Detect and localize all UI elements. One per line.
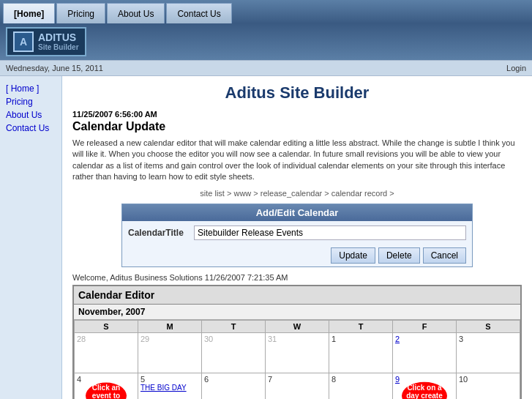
- sidebar-link-aboutus[interactable]: About Us: [3, 108, 59, 122]
- calendar-cell[interactable]: 2: [393, 332, 457, 373]
- day-number: 1: [331, 335, 390, 343]
- calendar-body: 282930311234Click an event to edit5THE B…: [75, 332, 520, 399]
- calendar-cell: 7: [266, 373, 329, 399]
- calendar-row: 28293031123: [75, 332, 520, 373]
- form-buttons: Update Delete Cancel: [122, 245, 472, 266]
- sidebar-link-home[interactable]: [ Home ]: [3, 82, 59, 95]
- day-number: 10: [459, 375, 517, 384]
- day-header-fri: F: [393, 320, 457, 332]
- welcome-bar: Welcome, Aditus Business Solutions 11/26…: [72, 273, 522, 282]
- nav-tab-contactus[interactable]: Contact Us: [166, 3, 231, 23]
- calendar-cell: 1: [329, 332, 393, 373]
- day-header-sun: S: [75, 320, 138, 332]
- logo-icon: A: [13, 31, 34, 52]
- sidebar-link-pricing[interactable]: Pricing: [3, 95, 59, 108]
- delete-button[interactable]: Delete: [378, 247, 420, 264]
- day-number: 8: [331, 375, 390, 384]
- calendar-cell: 29: [138, 332, 202, 373]
- day-header-tue: T: [202, 320, 266, 332]
- sidebar: [ Home ] Pricing About Us Contact Us: [0, 76, 62, 399]
- current-date: Wednesday, June 15, 2011: [6, 64, 103, 72]
- logo-text: ADITUS Site Builder: [38, 31, 79, 53]
- calendar-header: Calendar Editor: [74, 286, 520, 305]
- calendar-cell: 31: [266, 332, 329, 373]
- event-label[interactable]: THE BIG DAY: [141, 384, 199, 392]
- nav-tab-home[interactable]: [Home]: [3, 3, 55, 23]
- day-number: 7: [268, 375, 326, 384]
- calendar-cell: 6: [202, 373, 266, 399]
- top-nav: [Home] Pricing About Us Contact Us: [0, 0, 532, 23]
- day-header-wed: W: [266, 320, 329, 332]
- calendar-days-header: S M T W T F S: [75, 320, 520, 332]
- calendar-table: S M T W T F S 282930311234Click an event…: [74, 320, 520, 399]
- day-number: 31: [268, 335, 326, 343]
- form-label-calendartitle: CalendarTitle: [128, 228, 194, 238]
- calendar-box: Calendar Editor November, 2007 S M T W T…: [72, 285, 522, 399]
- form-title-row: CalendarTitle: [122, 221, 472, 245]
- day-number: 3: [459, 335, 517, 343]
- logo-box: A ADITUS Site Builder: [6, 27, 86, 57]
- breadcrumb: site list > www > release_calendar > cal…: [72, 189, 522, 198]
- header: A ADITUS Site Builder: [0, 23, 532, 60]
- calendar-row: 4Click an event to edit5THE BIG DAY6789C…: [75, 373, 520, 399]
- day-number: 29: [141, 335, 199, 343]
- calendar-month: November, 2007: [74, 305, 520, 320]
- login-link[interactable]: Login: [506, 64, 526, 72]
- nav-tab-pricing[interactable]: Pricing: [56, 3, 105, 23]
- sidebar-link-contactus[interactable]: Contact Us: [3, 122, 59, 135]
- page-title: Aditus Site Builder: [72, 83, 522, 102]
- date-bar: Wednesday, June 15, 2011 Login: [0, 60, 532, 76]
- day-number: 5: [141, 375, 199, 384]
- calendar-cell: 30: [202, 332, 266, 373]
- calendar-cell[interactable]: 4Click an event to edit: [75, 373, 138, 399]
- day-header-thu: T: [329, 320, 393, 332]
- day-number: 28: [77, 335, 135, 343]
- news-title: Calendar Update: [72, 120, 522, 133]
- calendar-cell: 10: [457, 373, 520, 399]
- day-header-sat: S: [457, 320, 520, 332]
- calendar-title-input[interactable]: [194, 225, 466, 240]
- news-date: 11/25/2007 6:56:00 AM: [72, 110, 522, 119]
- nav-tab-aboutus[interactable]: About Us: [107, 3, 165, 23]
- day-number[interactable]: 2: [395, 335, 454, 343]
- calendar-cell: 28: [75, 332, 138, 373]
- calendar-cell: 3: [457, 332, 520, 373]
- day-header-mon: M: [138, 320, 202, 332]
- calendar-cell: 8: [329, 373, 393, 399]
- main-layout: [ Home ] Pricing About Us Contact Us Adi…: [0, 76, 532, 399]
- content-area: Aditus Site Builder 11/25/2007 6:56:00 A…: [62, 76, 532, 399]
- click-create-event-label[interactable]: Click on a day create an event: [402, 381, 447, 399]
- day-number: 6: [204, 375, 263, 384]
- cancel-button[interactable]: Cancel: [423, 247, 466, 264]
- day-number: 30: [204, 335, 263, 343]
- calendar-cell[interactable]: 9Click on a day create an event: [393, 373, 457, 399]
- logo-name: ADITUS: [38, 31, 79, 44]
- logo-subtitle: Site Builder: [38, 43, 79, 52]
- update-button[interactable]: Update: [331, 247, 375, 264]
- form-header: Add/Edit Calendar: [122, 204, 472, 221]
- news-body: We released a new calendar editor that w…: [72, 138, 522, 183]
- click-event-to-edit-label[interactable]: Click an event to edit: [86, 382, 127, 399]
- add-edit-calendar-form: Add/Edit Calendar CalendarTitle Update D…: [121, 204, 473, 267]
- calendar-cell: 5THE BIG DAY: [138, 373, 202, 399]
